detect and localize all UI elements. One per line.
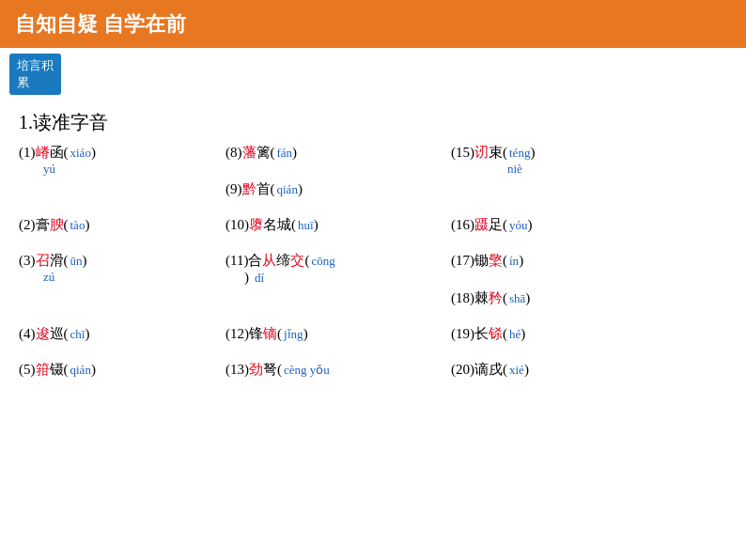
item-1: (1) 嵴函(xiáo ) yú: [19, 143, 225, 178]
item-17: (17) 锄檠(ín ): [451, 251, 714, 287]
items-grid: (1) 嵴函(xiáo ) yú (8) 藩篱(fán ) (15) 讱束(té…: [19, 143, 727, 394]
item-18: (18) 棘矜(shā ): [451, 288, 714, 322]
item-19: (19) 长铩(hé ): [451, 324, 714, 358]
item-8: (8) 藩篱(fán ): [225, 143, 451, 178]
item-5: (5) 箝镊(qián ): [19, 360, 225, 394]
item-11: (11) 合从缔交(cōng ) dí: [225, 251, 451, 287]
content: 1.读准字音 (1) 嵴函(xiáo ) yú (8) 藩篱(fán ) (15…: [0, 101, 746, 399]
item-10: (10) 隳名城(huī ): [225, 215, 451, 249]
item-empty-4: [225, 288, 451, 322]
tag-bar: 培言积累: [0, 48, 746, 101]
item-15: (15) 讱束(téng ) niè: [451, 143, 714, 178]
item-9: (9) 黔首(qián ): [225, 179, 451, 213]
header: 自知自疑 自学在前: [0, 0, 746, 48]
item-12: (12) 锋镝(jǐng ): [225, 324, 451, 358]
item-2: (2) 膏腴(tào ): [19, 215, 225, 249]
item-13: (13) 劲弩(cèng yǒu: [225, 360, 451, 394]
item-empty-3: [19, 288, 225, 322]
item-4: (4) 逡巡(chī ): [19, 324, 225, 358]
item-20: (20) 谪戌(xié ): [451, 360, 714, 394]
section-title: 1.读准字音: [19, 110, 727, 135]
item-16: (16) 蹑足(yóu ): [451, 215, 714, 249]
item-empty-1: [19, 179, 225, 213]
header-title: 自知自疑 自学在前: [15, 10, 186, 39]
tag-label: 培言积累: [9, 54, 61, 95]
item-empty-2: [451, 179, 714, 213]
item-3: (3) 召滑(ūn ) zú: [19, 251, 225, 287]
